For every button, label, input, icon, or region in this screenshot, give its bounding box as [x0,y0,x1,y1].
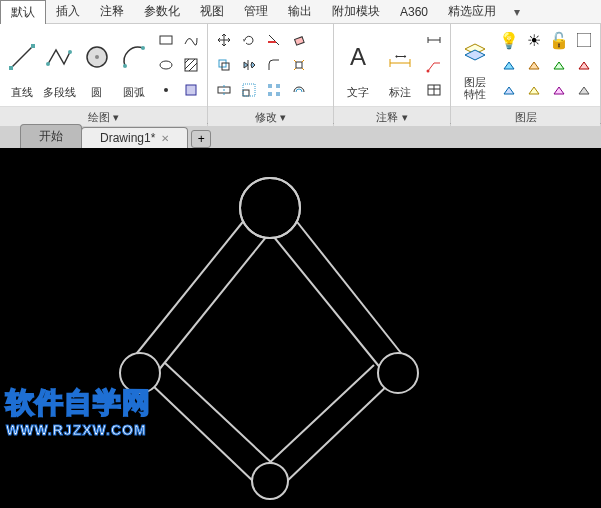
svg-point-4 [68,50,72,54]
dimension-label: 标注 [389,85,411,100]
panel-modify-title[interactable]: 修改 ▾ [208,106,333,126]
linear-dim-icon[interactable] [422,28,446,52]
text-button[interactable]: A 文字 [338,28,378,100]
circle-label: 圆 [91,85,102,100]
move-icon[interactable] [212,28,236,52]
menu-tab-a360[interactable]: A360 [390,2,438,22]
svg-line-0 [11,46,33,68]
menu-tab-parametric[interactable]: 参数化 [134,0,190,23]
svg-line-17 [269,35,279,45]
menu-tab-annotate[interactable]: 注释 [90,0,134,23]
panel-modify: 修改 ▾ [208,24,334,123]
svg-rect-9 [160,36,172,44]
trim-icon[interactable] [262,28,286,52]
point-icon[interactable] [154,78,178,102]
svg-point-8 [141,46,145,50]
doc-tab-drawing1[interactable]: Drawing1*✕ [81,127,188,148]
svg-rect-34 [276,92,280,96]
rotate-icon[interactable] [237,28,261,52]
color-icon[interactable] [572,28,596,52]
svg-line-26 [302,68,304,70]
layer-freeze-icon[interactable] [497,78,521,102]
erase-icon[interactable] [287,28,311,52]
drawing-content [0,148,601,508]
panel-annotate-title[interactable]: 注释 ▾ [334,106,450,126]
scale-icon[interactable] [237,78,261,102]
close-icon[interactable]: ✕ [161,133,169,144]
menu-tab-output[interactable]: 输出 [278,0,322,23]
svg-point-15 [164,88,168,92]
menu-tab-default[interactable]: 默认 [0,0,46,24]
menu-tab-view[interactable]: 视图 [190,0,234,23]
document-tabs: 开始 Drawing1*✕ + [0,124,601,148]
svg-rect-16 [186,85,196,95]
fillet-icon[interactable] [262,53,286,77]
new-tab-button[interactable]: + [191,130,211,148]
layer-match-icon[interactable] [497,53,521,77]
copy-icon[interactable] [212,53,236,77]
text-label: 文字 [347,85,369,100]
layer-walk-icon[interactable] [547,78,571,102]
panel-layers-title[interactable]: 图层 [451,106,600,126]
svg-point-3 [46,62,50,66]
menu-tab-featured[interactable]: 精选应用 [438,0,506,23]
dimension-icon: ⟷ [386,28,414,85]
mirror-icon[interactable] [237,53,261,77]
svg-line-12 [185,59,189,63]
svg-point-7 [123,64,127,68]
leader-icon[interactable] [422,53,446,77]
layer-iso-icon[interactable] [547,53,571,77]
polyline-label: 多段线 [43,85,76,100]
svg-point-60 [252,463,288,499]
layer-lock-icon[interactable] [522,78,546,102]
doc-tab-start[interactable]: 开始 [20,124,82,148]
line-label: 直线 [11,85,33,100]
svg-line-25 [294,68,296,70]
drawing-canvas[interactable]: 软件自学网 WWW.RJZXW.COM [0,148,601,508]
lock-icon[interactable]: 🔓 [547,28,571,52]
region-icon[interactable] [179,78,203,102]
rectangle-icon[interactable] [154,28,178,52]
offset-icon[interactable] [287,78,311,102]
circle-button[interactable]: 圆 [79,28,115,100]
watermark-text: 软件自学网 [6,384,151,422]
menu-tab-insert[interactable]: 插入 [46,0,90,23]
layer-props-button[interactable]: 图层 特性 [455,28,495,100]
svg-point-10 [160,61,172,69]
table-icon[interactable] [422,78,446,102]
svg-point-59 [378,353,418,393]
arc-button[interactable]: 圆弧 [117,28,153,100]
svg-text:⟷: ⟷ [395,52,407,61]
layers-icon [461,28,489,76]
svg-rect-2 [31,44,35,48]
svg-line-51 [265,226,382,370]
polyline-button[interactable]: 多段线 [42,28,78,100]
svg-line-24 [302,60,304,62]
hatch-icon[interactable] [179,53,203,77]
bulb-icon[interactable]: 💡 [497,28,521,52]
layer-props-label: 图层 特性 [464,76,486,100]
svg-rect-31 [268,84,272,88]
panel-draw-title[interactable]: 绘图 ▾ [0,106,207,126]
array-icon[interactable] [262,78,286,102]
stretch-icon[interactable] [212,78,236,102]
spline-icon[interactable] [179,28,203,52]
menu-tab-manage[interactable]: 管理 [234,0,278,23]
menu-tab-addons[interactable]: 附加模块 [322,0,390,23]
panel-draw: 直线 多段线 圆 圆弧 绘图 ▾ [0,24,208,123]
line-button[interactable]: 直线 [4,28,40,100]
layer-prev-icon[interactable] [522,53,546,77]
layer-off-icon[interactable] [572,53,596,77]
svg-line-49 [158,226,275,371]
dimension-button[interactable]: ⟷ 标注 [380,28,420,100]
svg-rect-29 [243,90,249,96]
layer-state-icon[interactable] [572,78,596,102]
menu-overflow[interactable]: ▾ [506,2,528,22]
svg-line-13 [185,59,195,69]
svg-rect-47 [577,33,591,47]
explode-icon[interactable] [287,53,311,77]
svg-rect-33 [268,92,272,96]
ellipse-icon[interactable] [154,53,178,77]
annotate-more [422,28,446,102]
sun-icon[interactable]: ☀ [522,28,546,52]
